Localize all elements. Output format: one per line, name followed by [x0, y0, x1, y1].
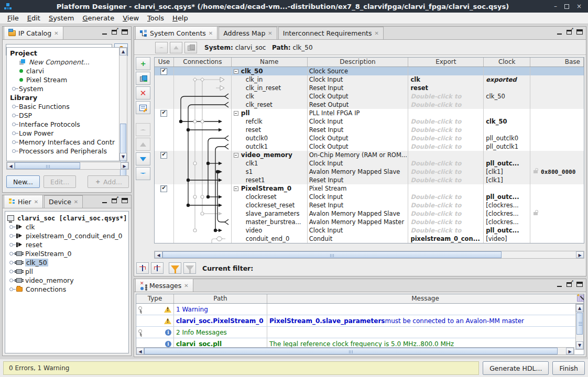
tree-handle-icon[interactable]: [12, 140, 16, 144]
tab-address-map[interactable]: Address Map ✕: [219, 27, 277, 39]
tree-handle-icon[interactable]: [9, 252, 13, 256]
clock-cell[interactable]: [clockres...: [484, 218, 530, 226]
ip-tree-vscrollbar[interactable]: ▲ ▼: [119, 47, 127, 161]
use-checkbox[interactable]: [160, 185, 167, 192]
name-cell[interactable]: outclk1: [232, 142, 308, 151]
export-cell[interactable]: Double-click to: [408, 226, 484, 235]
base-cell[interactable]: 0x800_0000: [530, 168, 584, 176]
tree-item[interactable]: Interface Protocols: [7, 120, 120, 129]
close-tab-icon[interactable]: ✕: [375, 30, 379, 36]
name-cell[interactable]: slave_parameters: [232, 209, 308, 218]
panel-minimize-icon[interactable]: [557, 34, 562, 35]
export-cell[interactable]: [408, 67, 484, 75]
export-cell[interactable]: Double-click to: [408, 193, 484, 201]
name-cell[interactable]: PixelStream_0: [232, 184, 308, 193]
duplicate-button[interactable]: [136, 72, 150, 85]
hier-item[interactable]: clk_50: [7, 258, 128, 267]
base-cell[interactable]: [530, 67, 584, 75]
name-cell[interactable]: master_burstrea...: [232, 218, 308, 226]
tab-device[interactable]: Device ✕: [44, 195, 83, 208]
clock-cell[interactable]: pll_outc...: [484, 193, 530, 201]
export-cell[interactable]: Double-click to: [408, 117, 484, 126]
name-cell[interactable]: clk_in_reset: [232, 84, 308, 92]
close-tab-icon[interactable]: ✕: [34, 199, 38, 205]
base-cell[interactable]: [530, 84, 584, 92]
export-cell[interactable]: Double-click to: [408, 218, 484, 226]
tab-hier[interactable]: Hier ✕: [4, 195, 43, 208]
show-clock-domains-button[interactable]: [136, 262, 149, 274]
tree-handle-icon[interactable]: [12, 105, 16, 108]
edit-button[interactable]: Edit...: [43, 175, 76, 188]
export-cell[interactable]: reset: [408, 84, 484, 92]
tree-handle-icon[interactable]: [9, 234, 13, 238]
menu-item-system[interactable]: System: [45, 13, 79, 23]
collapse-icon[interactable]: [234, 69, 238, 74]
name-cell[interactable]: s1: [232, 168, 308, 176]
expand-toggle-icon[interactable]: [138, 306, 143, 313]
name-cell[interactable]: clk: [232, 92, 308, 101]
clock-cell[interactable]: [clk1]: [484, 176, 530, 184]
hier-item[interactable]: reset: [7, 240, 128, 249]
column-header-connections[interactable]: Connections: [174, 58, 232, 66]
move-to-bottom-button[interactable]: [136, 167, 150, 180]
hier-item[interactable]: pll: [7, 267, 128, 276]
base-cell[interactable]: [530, 75, 584, 84]
move-up-button[interactable]: [170, 42, 182, 53]
tree-handle-icon[interactable]: [12, 131, 16, 135]
panel-minimize-icon[interactable]: [102, 202, 107, 203]
menu-item-tools[interactable]: Tools: [143, 13, 168, 23]
export-cell[interactable]: [408, 184, 484, 193]
name-cell[interactable]: video_memory: [232, 151, 308, 159]
panel-float-icon[interactable]: [567, 282, 572, 287]
base-cell[interactable]: [530, 226, 584, 235]
panel-float-icon[interactable]: [567, 30, 572, 35]
name-cell[interactable]: reset: [232, 126, 308, 134]
filter-button[interactable]: [169, 262, 181, 274]
menu-item-edit[interactable]: Edit: [23, 13, 45, 23]
export-cell[interactable]: Double-click to: [408, 142, 484, 151]
name-cell[interactable]: clockreset: [232, 193, 308, 201]
panel-maximize-icon[interactable]: [122, 198, 128, 203]
column-header-type[interactable]: Type: [136, 294, 174, 303]
clock-cell[interactable]: pll_outclk1: [484, 142, 530, 151]
panel-minimize-icon[interactable]: [102, 34, 107, 35]
column-header-message[interactable]: Message: [267, 294, 584, 303]
tree-item[interactable]: DSP: [7, 111, 120, 120]
hier-item[interactable]: pixelstream_0_conduit_end_0: [7, 231, 128, 240]
clock-cell[interactable]: [484, 101, 530, 109]
use-checkbox[interactable]: [160, 110, 167, 117]
base-cell[interactable]: [530, 92, 584, 101]
collapse-icon[interactable]: [234, 153, 238, 158]
export-cell[interactable]: Double-click to: [408, 168, 484, 176]
collapse-icon[interactable]: [234, 186, 238, 191]
use-checkbox[interactable]: [160, 152, 167, 159]
clock-cell[interactable]: clk_50: [484, 92, 530, 101]
base-cell[interactable]: [530, 109, 584, 117]
tree-item[interactable]: System: [7, 84, 120, 93]
clock-cell[interactable]: [484, 67, 530, 75]
export-cell[interactable]: Double-click to: [408, 134, 484, 142]
move-top-button[interactable]: [155, 42, 168, 53]
clock-cell[interactable]: [484, 84, 530, 92]
base-cell[interactable]: [530, 218, 584, 226]
collapse-icon[interactable]: [234, 111, 238, 116]
remove-button[interactable]: ✕: [136, 86, 150, 99]
tree-handle-icon[interactable]: [9, 270, 13, 273]
hier-item[interactable]: PixelStream_0: [7, 249, 128, 258]
tree-item[interactable]: Memory Interfaces and Contr: [7, 138, 120, 147]
tree-item[interactable]: Low Power: [7, 129, 120, 138]
message-row[interactable]: 1 Warning: [136, 304, 584, 315]
tree-handle-icon[interactable]: [12, 114, 16, 117]
tree-handle-icon[interactable]: [12, 123, 16, 126]
add-button[interactable]: ＋Add...: [88, 175, 129, 188]
base-cell[interactable]: [530, 176, 584, 184]
export-cell[interactable]: Double-click to: [408, 176, 484, 184]
tree-handle-icon[interactable]: [9, 279, 13, 282]
base-cell[interactable]: [530, 117, 584, 126]
tree-item[interactable]: Processors and Peripherals: [7, 147, 120, 156]
menu-item-help[interactable]: Help: [168, 13, 192, 23]
tab-messages[interactable]: Messages ✕: [135, 279, 193, 292]
base-cell[interactable]: [530, 126, 584, 134]
hier-item[interactable]: video_memory: [7, 276, 128, 285]
base-cell[interactable]: [530, 193, 584, 201]
